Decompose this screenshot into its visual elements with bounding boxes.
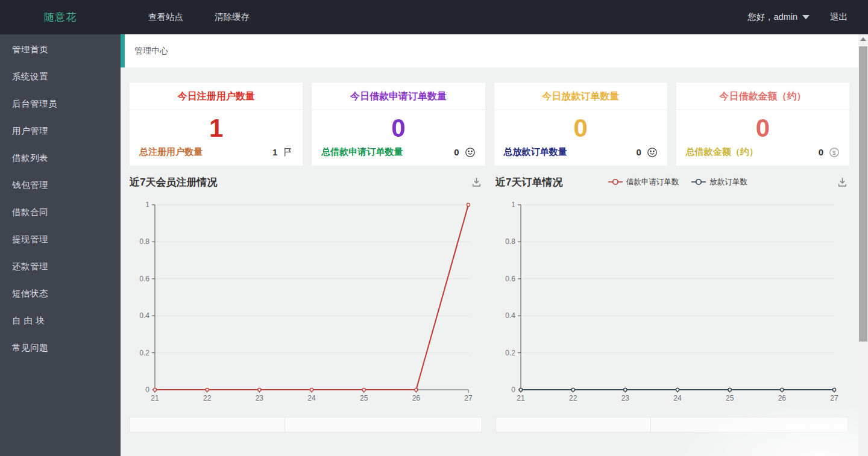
svg-text:0.4: 0.4 (139, 311, 149, 320)
svg-text:24: 24 (307, 394, 316, 402)
table-placeholder (130, 417, 482, 433)
sidebar-item-free-blocks[interactable]: 自 由 块 (0, 307, 121, 334)
card-footer-label: 总借款金额（约） (686, 146, 758, 158)
sidebar-item-repayments[interactable]: 还款管理 (0, 253, 121, 280)
svg-text:27: 27 (830, 394, 838, 402)
svg-text:21: 21 (151, 394, 159, 402)
svg-text:0.6: 0.6 (139, 275, 149, 283)
card-footer: 总借款金额（约） 0 $ (676, 146, 849, 166)
card-value: 1 (130, 110, 303, 146)
logout-button[interactable]: 退出 (830, 11, 848, 23)
card-footer-value: 1 (272, 147, 277, 157)
svg-text:24: 24 (673, 394, 682, 402)
card-footer: 总借款申请订单数量 0 (312, 146, 485, 166)
svg-text:0.2: 0.2 (139, 349, 149, 357)
card-value: 0 (494, 110, 667, 146)
svg-text:0.8: 0.8 (139, 237, 149, 246)
download-registration-chart-button[interactable] (471, 176, 482, 188)
svg-text:25: 25 (726, 394, 734, 402)
registration-chart-header: 近7天会员注册情况 (130, 173, 482, 191)
table-header-cell (285, 417, 482, 433)
stat-card-disbursed-orders: 今日放款订单数量 0 总放款订单数量 0 (494, 83, 667, 166)
chart-legend: 借款申请订单数 放款订单数 (608, 177, 747, 187)
registration-chart-title: 近7天会员注册情况 (130, 175, 217, 189)
legend-item-disbursed-orders[interactable]: 放款订单数 (691, 177, 747, 187)
svg-text:26: 26 (412, 394, 421, 402)
scrollbar[interactable] (858, 34, 868, 456)
sidebar-item-wallet[interactable]: 钱包管理 (0, 172, 121, 199)
registration-chart-panel: 近7天会员注册情况 00.20.40.60.8121222324252627 (130, 173, 482, 405)
brand-logo[interactable]: 随意花 (0, 10, 121, 24)
svg-text:0.8: 0.8 (505, 237, 515, 246)
scrollbar-thumb[interactable] (859, 46, 867, 342)
card-footer-label: 总借款申请订单数量 (321, 146, 403, 158)
topbar-link-view-site[interactable]: 查看站点 (133, 0, 199, 34)
sidebar-item-loan-contract[interactable]: 借款合同 (0, 199, 121, 226)
card-title: 今日注册用户数量 (130, 83, 303, 110)
card-title: 今日借款申请订单数量 (312, 83, 485, 110)
table-header-cell (650, 417, 848, 433)
topbar-nav: 查看站点 清除缓存 (133, 0, 265, 34)
svg-text:0.4: 0.4 (505, 311, 515, 320)
legend-item-loan-applications[interactable]: 借款申请订单数 (608, 177, 679, 187)
sidebar-item-users[interactable]: 用户管理 (0, 117, 121, 145)
legend-line-marker-icon (691, 178, 706, 186)
card-footer-value: 0 (454, 147, 459, 157)
stat-cards-row: 今日注册用户数量 1 总注册用户数量 1 今日借款申请订单数量 (130, 83, 849, 166)
svg-text:0: 0 (145, 386, 149, 394)
svg-text:22: 22 (569, 394, 577, 402)
svg-text:$: $ (832, 149, 836, 155)
legend-label: 借款申请订单数 (626, 177, 679, 187)
order-trend-chart: 00.20.40.60.8121222324252627 (495, 191, 848, 403)
download-order-chart-button[interactable] (837, 176, 848, 188)
card-value: 0 (312, 110, 485, 146)
flag-icon (283, 147, 293, 157)
sidebar-item-withdrawals[interactable]: 提现管理 (0, 226, 121, 253)
user-menu[interactable]: 您好，admin (747, 11, 810, 23)
order-chart-panel: 近7天订单情况 借款申请订单数 (495, 173, 848, 405)
card-value: 0 (676, 110, 849, 146)
svg-text:26: 26 (778, 394, 787, 402)
stat-card-loan-applications: 今日借款申请订单数量 0 总借款申请订单数量 0 (312, 83, 485, 166)
legend-label: 放款订单数 (709, 177, 747, 187)
svg-text:27: 27 (464, 394, 473, 402)
sidebar-item-system-settings[interactable]: 系统设置 (0, 63, 121, 90)
scrollbar-up-arrow-icon (860, 37, 866, 41)
sidebar-item-faq[interactable]: 常见问题 (0, 334, 121, 361)
stat-card-loan-amount: 今日借款金额（约） 0 总借款金额（约） 0 $ (676, 83, 849, 166)
order-chart-title: 近7天订单情况 (495, 175, 562, 189)
scrollbar-up-button[interactable] (858, 34, 868, 44)
card-footer-label: 总注册用户数量 (139, 146, 203, 158)
svg-text:22: 22 (203, 394, 212, 402)
charts-row: 近7天会员注册情况 00.20.40.60.8121222324252627 近… (130, 173, 849, 405)
content: 今日注册用户数量 1 总注册用户数量 1 今日借款申请订单数量 (121, 67, 858, 433)
sidebar-item-sms-status[interactable]: 短信状态 (0, 280, 121, 307)
card-footer: 总放款订单数量 0 (494, 146, 667, 166)
breadcrumb: 管理中心 (121, 34, 858, 67)
dollar-circle-icon: $ (829, 147, 840, 158)
topbar: 随意花 查看站点 清除缓存 您好，admin 退出 (0, 0, 868, 34)
svg-text:1: 1 (145, 201, 149, 209)
sidebar-item-admins[interactable]: 后台管理员 (0, 90, 121, 117)
svg-text:21: 21 (517, 394, 525, 402)
card-footer-label: 总放款订单数量 (504, 146, 567, 158)
table-header-cell (130, 417, 285, 433)
legend-line-marker-icon (608, 178, 623, 186)
table-placeholder (495, 417, 848, 433)
bottom-row (130, 417, 849, 433)
sidebar: 管理首页 系统设置 后台管理员 用户管理 借款列表 钱包管理 借款合同 提现管理… (0, 34, 121, 456)
svg-text:0: 0 (511, 386, 515, 394)
caret-down-icon (802, 15, 810, 19)
registration-trend-chart: 00.20.40.60.8121222324252627 (130, 191, 482, 403)
svg-text:0.2: 0.2 (505, 349, 515, 357)
smiley-icon (465, 147, 476, 158)
smiley-icon (647, 147, 658, 158)
sidebar-item-home[interactable]: 管理首页 (0, 36, 121, 63)
card-footer-value: 0 (819, 147, 823, 157)
svg-text:23: 23 (256, 394, 264, 402)
svg-text:0.6: 0.6 (505, 275, 515, 283)
sidebar-item-loan-list[interactable]: 借款列表 (0, 145, 121, 172)
order-chart-header: 近7天订单情况 借款申请订单数 (495, 173, 848, 191)
svg-text:1: 1 (511, 201, 515, 209)
topbar-link-clear-cache[interactable]: 清除缓存 (199, 0, 265, 34)
